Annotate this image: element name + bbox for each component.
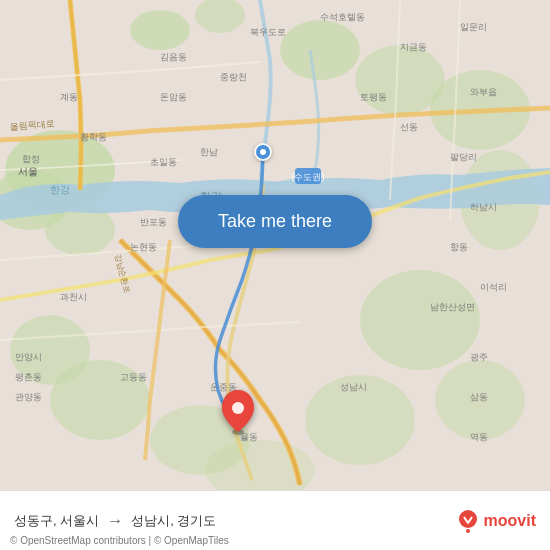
bottom-bar: 성동구, 서울시 → 성남시, 경기도 moovit © OpenStreetM…	[0, 490, 550, 550]
svg-point-63	[466, 529, 470, 533]
svg-text:황학동: 황학동	[80, 132, 107, 142]
svg-text:역동: 역동	[470, 432, 488, 442]
svg-text:합정: 합정	[22, 154, 40, 164]
svg-text:운중동: 운중동	[210, 382, 237, 392]
origin-dot	[254, 143, 272, 161]
origin-text: 성동구, 서울시	[14, 512, 99, 530]
svg-text:김음동: 김음동	[160, 52, 187, 62]
svg-text:삼동: 삼동	[470, 392, 488, 402]
svg-text:반포동: 반포동	[140, 217, 167, 227]
svg-text:항동: 항동	[450, 242, 468, 252]
svg-text:토평동: 토평동	[360, 92, 387, 102]
svg-text:선동: 선동	[400, 122, 418, 132]
svg-text:과천시: 과천시	[60, 292, 87, 302]
svg-text:평촌동: 평촌동	[15, 372, 42, 382]
svg-text:돈암동: 돈암동	[160, 92, 187, 102]
svg-text:한남: 한남	[200, 147, 218, 157]
svg-text:성남시: 성남시	[340, 382, 367, 392]
svg-text:남한산성면: 남한산성면	[430, 302, 475, 312]
svg-text:관양동: 관양동	[15, 392, 42, 402]
svg-point-4	[130, 10, 190, 50]
svg-text:안양시: 안양시	[15, 352, 42, 362]
destination-text: 성남시, 경기도	[131, 512, 216, 530]
svg-text:수석호텔동: 수석호텔동	[320, 12, 365, 22]
take-me-there-button[interactable]: Take me there	[178, 195, 372, 248]
svg-point-62	[459, 510, 477, 528]
svg-point-10	[360, 270, 480, 370]
svg-point-6	[280, 20, 360, 80]
svg-text:팔당리: 팔당리	[450, 152, 477, 162]
attribution-text: © OpenStreetMap contributors | © OpenMap…	[10, 535, 229, 546]
svg-text:일문리: 일문리	[460, 22, 487, 32]
svg-text:북우도로: 북우도로	[250, 27, 286, 37]
svg-text:지금동: 지금동	[400, 42, 427, 52]
svg-text:초일동: 초일동	[150, 157, 177, 167]
svg-text:계동: 계동	[60, 92, 78, 102]
map-container: 한강 한강 올림픽대로 강남순환로 서울 합정 황	[0, 0, 550, 490]
svg-text:와부읍: 와부읍	[470, 87, 497, 97]
moovit-logo-icon	[456, 509, 480, 533]
svg-point-59	[232, 402, 244, 414]
svg-text:한강: 한강	[50, 184, 70, 195]
svg-text:광주: 광주	[470, 352, 488, 362]
arrow-icon: →	[107, 512, 123, 530]
route-info: 성동구, 서울시 → 성남시, 경기도	[14, 512, 216, 530]
svg-text:고등동: 고등동	[120, 372, 147, 382]
moovit-logo: moovit	[456, 509, 536, 533]
moovit-logo-text: moovit	[484, 512, 536, 530]
svg-text:논현동: 논현동	[130, 242, 157, 252]
svg-text:이석리: 이석리	[480, 282, 507, 292]
svg-text:중랑천: 중랑천	[220, 72, 247, 82]
svg-text:서울: 서울	[18, 166, 38, 177]
svg-text:(수도권): (수도권)	[292, 172, 325, 182]
svg-point-57	[260, 149, 266, 155]
svg-text:하남시: 하남시	[470, 202, 497, 212]
